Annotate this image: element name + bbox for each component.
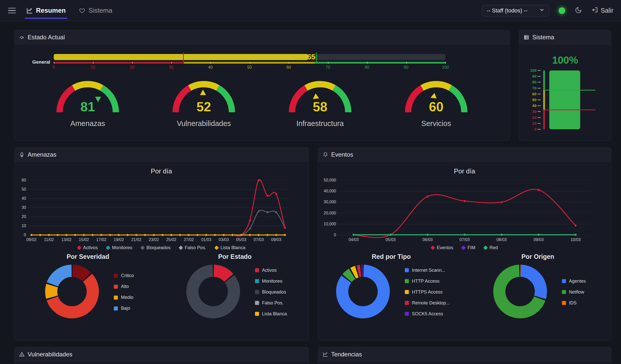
estado-donut-chart	[183, 261, 243, 323]
bullet-axis-tick	[406, 62, 407, 64]
legend-label: Bloqueados	[262, 289, 286, 295]
svg-text:30,000: 30,000	[324, 200, 336, 204]
line-chart-icon	[26, 7, 33, 14]
vgauge-axis-label: 10	[532, 121, 537, 125]
legend-marker	[405, 279, 409, 283]
vgauge-axis-tick	[538, 94, 541, 94]
tab-resumen[interactable]: Resumen	[26, 0, 66, 21]
warning-triangle-icon	[19, 352, 25, 357]
severidad-legend: CriticoAltoMedioBajo	[114, 273, 134, 311]
svg-text:52: 52	[197, 99, 211, 114]
bullet-axis-tick	[132, 62, 133, 64]
svg-text:07/03: 07/03	[254, 238, 264, 242]
svg-text:58: 58	[313, 99, 327, 114]
legend-marker	[405, 312, 409, 316]
vgauge-axis-tick	[538, 129, 541, 130]
legend-marker	[562, 301, 566, 305]
legend-item: Bloqueados	[141, 245, 171, 250]
legend-label: Medio	[121, 295, 133, 300]
amenazas-line-chart: 010203040506009/0211/0213/0215/0217/0219…	[14, 178, 308, 244]
legend-marker	[114, 306, 118, 311]
vgauge-axis-label: 90	[532, 74, 537, 78]
bullet-axis-label: 40	[208, 65, 213, 70]
bullet-axis-tick	[93, 62, 94, 64]
donut-chart-svg	[490, 261, 550, 322]
legend-item: Medio	[114, 295, 134, 300]
gauge-arc-svg: 52	[168, 77, 239, 116]
legend-marker	[405, 301, 409, 305]
tab-sistema-label: Sistema	[88, 7, 112, 14]
bullet-axis-tick	[171, 62, 172, 64]
gauge-arc-svg: 60	[401, 77, 472, 116]
legend-marker	[405, 268, 409, 272]
flame-icon	[19, 152, 25, 157]
bullet-axis-label: 30	[169, 65, 174, 70]
bullet-axis-label: 90	[404, 65, 409, 70]
bullet-axis-tick	[367, 62, 368, 64]
vgauge-axis-tick	[538, 70, 541, 71]
legend-label: Monitoreo	[262, 279, 282, 284]
legend-item: Lista Blanca	[255, 311, 287, 317]
legend-label: HTTP Access	[412, 279, 440, 284]
line-chart-svg: 010,00020,00030,00040,00050,00004/0305/0…	[318, 178, 597, 243]
legend-label: Red	[489, 245, 498, 250]
legend-item: Alto	[114, 284, 134, 289]
gauge-label: Vulnerabilidades	[177, 119, 231, 128]
legend-label: Eventos	[437, 245, 453, 250]
legend-item: Lista Blanca	[215, 245, 245, 250]
legend-item: HTTP Access	[405, 279, 450, 284]
origen-legend: AgentesNetflowIDS	[562, 279, 586, 306]
vgauge-axis-label: 20	[532, 115, 537, 120]
legend-item: Internet Scann...	[405, 268, 450, 273]
svg-text:19/02: 19/02	[114, 238, 124, 242]
hamburger-menu-icon[interactable]	[8, 7, 16, 14]
svg-text:23/02: 23/02	[149, 238, 159, 242]
legend-item: Monitoreo	[255, 279, 287, 284]
logout-button[interactable]: Salir	[592, 7, 613, 15]
red-tipo-title: Red por Tipo	[372, 253, 411, 260]
vgauge-axis-zone	[543, 110, 545, 129]
tab-sistema[interactable]: Sistema	[79, 0, 112, 21]
bullet-series-label: General	[30, 59, 54, 65]
logout-label: Salir	[601, 7, 613, 14]
svg-text:10,000: 10,000	[324, 222, 336, 226]
legend-marker	[77, 245, 81, 250]
staff-select[interactable]: -- Staff (todos) --	[482, 5, 549, 16]
legend-label: Bajo	[121, 306, 130, 311]
legend-label: Activos	[83, 245, 98, 250]
moon-icon	[575, 7, 582, 15]
gauge-servicios: 60Servicios	[396, 77, 477, 128]
donut-chart-svg	[183, 261, 243, 322]
legend-marker	[255, 268, 259, 272]
vgauge-axis-label: 60	[532, 92, 537, 96]
legend-marker	[114, 274, 118, 278]
svg-text:50: 50	[22, 187, 26, 191]
svg-text:15/02: 15/02	[79, 238, 89, 242]
legend-marker	[140, 245, 145, 250]
svg-text:06/03: 06/03	[422, 238, 432, 242]
svg-text:08/03: 08/03	[496, 238, 506, 242]
bullet-value: 65	[307, 53, 316, 61]
general-bullet-chart: General650102030405060708090100	[14, 44, 509, 70]
dark-mode-toggle[interactable]	[575, 7, 582, 15]
gauge-arc-svg: 58	[285, 77, 356, 116]
legend-item: Red	[484, 245, 498, 250]
vgauge-axis-tick	[538, 123, 541, 124]
bullet-axis-label: 50	[247, 65, 252, 70]
legend-item: Bloqueados	[255, 289, 287, 295]
legend-label: Falso Pos.	[262, 300, 284, 306]
panel-title: Tendencias	[331, 351, 362, 358]
vgauge-axis-tick	[538, 105, 541, 106]
donut-chart-svg	[333, 261, 393, 322]
svg-text:05/03: 05/03	[236, 238, 246, 242]
legend-label: Activos	[262, 268, 277, 273]
gauge-label: Infraestructura	[296, 119, 344, 128]
panel-tendencias: Tendencias	[318, 347, 612, 364]
legend-label: HTTPS Access	[412, 289, 443, 295]
svg-text:07/03: 07/03	[459, 238, 469, 242]
gauge-label: Amenazas	[70, 119, 105, 128]
svg-text:11/02: 11/02	[44, 238, 54, 242]
sistema-gauge-value: 100%	[519, 54, 611, 66]
gauge-label: Servicios	[421, 119, 451, 128]
legend-item: HTTPS Access	[405, 289, 450, 295]
